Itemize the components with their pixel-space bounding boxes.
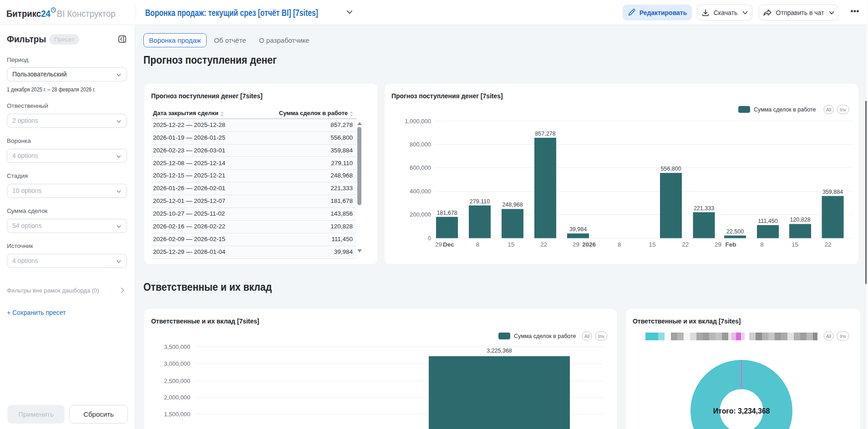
svg-text:1,000,000: 1,000,000 (405, 118, 431, 125)
svg-text:29: 29 (435, 241, 442, 248)
svg-text:111,450: 111,450 (758, 218, 777, 224)
svg-text:22: 22 (682, 241, 689, 248)
svg-text:181,678: 181,678 (437, 210, 457, 216)
svg-text:3,500,000: 3,500,000 (164, 343, 190, 350)
svg-text:8: 8 (476, 241, 480, 248)
svg-text:2,500,000: 2,500,000 (164, 378, 190, 384)
svg-text:1,500,000: 1,500,000 (164, 411, 190, 418)
svg-text:15: 15 (508, 241, 514, 248)
svg-text:Inv: Inv (598, 333, 605, 339)
svg-text:8: 8 (618, 241, 621, 248)
svg-text:29: 29 (715, 241, 721, 248)
svg-text:8: 8 (760, 241, 764, 248)
svg-text:2026: 2026 (582, 241, 596, 248)
svg-text:0: 0 (428, 235, 431, 242)
svg-text:221,333: 221,333 (694, 205, 714, 212)
svg-text:556,800: 556,800 (660, 166, 681, 172)
svg-text:29: 29 (573, 241, 579, 248)
svg-text:15: 15 (649, 241, 656, 248)
svg-text:All: All (826, 333, 832, 339)
svg-text:800,000: 800,000 (410, 141, 431, 148)
svg-text:22: 22 (824, 241, 831, 248)
svg-text:3,225,368: 3,225,368 (487, 348, 512, 354)
svg-text:2,000,000: 2,000,000 (164, 394, 190, 401)
svg-text:Feb: Feb (725, 241, 736, 248)
svg-text:Сумма сделок в работе: Сумма сделок в работе (754, 106, 816, 113)
svg-text:359,884: 359,884 (822, 189, 843, 195)
svg-text:22,500: 22,500 (726, 228, 744, 235)
svg-text:15: 15 (792, 241, 798, 248)
svg-text:Inv: Inv (840, 107, 847, 112)
svg-text:200,000: 200,000 (410, 211, 431, 218)
svg-text:Сумма сделок в работе: Сумма сделок в работе (514, 333, 576, 339)
svg-text:279,110: 279,110 (470, 198, 490, 205)
svg-text:120,828: 120,828 (790, 217, 810, 223)
svg-text:3,000,000: 3,000,000 (164, 360, 190, 367)
svg-text:All: All (826, 107, 832, 112)
svg-text:857,278: 857,278 (535, 131, 555, 137)
svg-text:600,000: 600,000 (410, 164, 431, 171)
svg-text:22: 22 (540, 241, 547, 248)
svg-text:Итого: 3,234,368: Итого: 3,234,368 (713, 406, 770, 415)
svg-text:Inv: Inv (840, 333, 847, 339)
svg-text:All: All (584, 333, 590, 339)
svg-text:248,968: 248,968 (502, 202, 523, 208)
svg-text:400,000: 400,000 (410, 188, 431, 195)
svg-text:39,984: 39,984 (569, 226, 587, 232)
svg-text:Dec: Dec (443, 241, 454, 248)
